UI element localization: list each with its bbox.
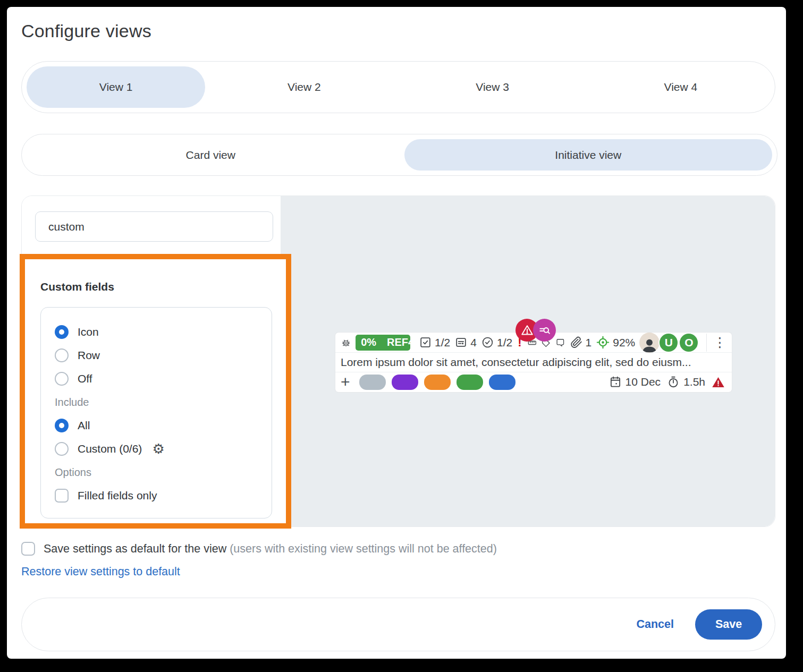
view-name-input[interactable] — [35, 211, 273, 242]
save-default-row[interactable]: Save settings as default for the view (u… — [21, 542, 497, 556]
preview-card: 0% REF413 1/2 — [335, 333, 732, 392]
calendar-icon — [608, 375, 622, 389]
add-label-button[interactable]: + — [341, 374, 350, 390]
description-count: 4 — [454, 336, 477, 349]
tab-initiative-view-pill[interactable]: Initiative view — [404, 139, 773, 171]
checklist-count: 1/2 — [419, 336, 450, 349]
configure-views-dialog: Configure views View 1 View 2 View 3 Vie… — [7, 7, 786, 659]
radio-off-label: Off — [78, 372, 92, 385]
circle-check-icon — [481, 336, 494, 349]
search-list-icon — [538, 324, 552, 337]
page-title: Configure views — [21, 21, 151, 41]
ref-badge: REF413 — [382, 335, 410, 351]
warning-triangle-icon — [520, 324, 534, 337]
stopwatch-icon — [666, 375, 680, 389]
radio-option-custom[interactable]: Custom (0/6) ⚙ — [55, 437, 258, 461]
tab-view-2-pill[interactable]: View 2 — [215, 66, 393, 108]
progress-badge: 0% — [356, 335, 382, 351]
overdue-warning-icon — [711, 375, 725, 389]
radio-all-label: All — [78, 419, 90, 432]
radio-option-off[interactable]: Off — [55, 367, 258, 390]
radio-option-all[interactable]: All — [55, 414, 258, 437]
tab-card-view-pill[interactable]: Card view — [27, 139, 395, 171]
member-badge-o: O — [679, 333, 699, 353]
card-menu-button[interactable]: ⋮ — [713, 336, 726, 349]
cancel-button[interactable]: Cancel — [636, 618, 674, 631]
radio-option-icon[interactable]: Icon — [55, 320, 258, 344]
tab-view-4-pill[interactable]: View 4 — [591, 66, 770, 108]
save-default-checkbox[interactable] — [21, 542, 35, 556]
tab-view-3-pill[interactable]: View 3 — [403, 66, 582, 108]
tab-view-2[interactable]: View 2 — [210, 62, 398, 113]
label-pill-blue[interactable] — [489, 375, 515, 390]
preview-area: 0% REF413 1/2 — [281, 196, 775, 526]
target-icon — [596, 335, 610, 350]
description-icon — [454, 336, 468, 349]
tab-view-1[interactable]: View 1 — [22, 62, 210, 113]
paperclip-icon — [570, 336, 583, 349]
radio-row-label: Row — [78, 349, 100, 362]
review-search-badge — [533, 319, 556, 342]
time-estimate: 1.5h — [666, 375, 705, 389]
due-date: 10 Dec — [608, 375, 661, 389]
tab-initiative-view[interactable]: Initiative view — [400, 134, 777, 175]
save-button[interactable]: Save — [695, 609, 762, 640]
radio-custom-circle[interactable] — [55, 442, 69, 456]
row-divider — [706, 334, 707, 352]
label-pill-purple[interactable] — [392, 375, 418, 390]
footer-action-bar: Cancel Save — [21, 598, 775, 651]
gear-icon[interactable]: ⚙ — [152, 442, 164, 456]
target-percent: 92% — [596, 335, 635, 350]
card-footer-row: + 10 Dec — [335, 372, 732, 392]
tab-card-view[interactable]: Card view — [22, 134, 400, 175]
mode-tabbar: Card view Initiative view — [21, 134, 777, 176]
comment-icon — [555, 336, 565, 350]
radio-custom-label: Custom (0/6) — [78, 443, 142, 455]
member-badge-u: U — [658, 333, 679, 353]
include-label: Include — [55, 395, 258, 410]
save-default-label: Save settings as default for the view (u… — [44, 542, 497, 556]
attachment-count: 1 — [570, 336, 592, 349]
bug-icon — [341, 335, 351, 350]
tab-view-4[interactable]: View 4 — [587, 62, 775, 113]
restore-defaults-link[interactable]: Restore view settings to default — [21, 565, 180, 579]
checklist-icon — [419, 336, 432, 349]
custom-fields-highlight-box: Custom fields Icon Row Off Include All C… — [20, 254, 291, 529]
done-count: 1/2 — [481, 336, 512, 349]
custom-fields-options-box: Icon Row Off Include All Custom (0/6) ⚙ … — [40, 307, 272, 518]
card-title: Lorem ipsum dolor sit amet, consectetur … — [341, 356, 691, 369]
radio-icon-label: Icon — [78, 326, 99, 338]
avatar — [639, 333, 660, 353]
radio-off-circle[interactable] — [55, 372, 69, 386]
card-title-row: Lorem ipsum dolor sit amet, consectetur … — [335, 352, 732, 372]
custom-fields-heading: Custom fields — [40, 280, 286, 293]
save-default-note: (users with existing view settings will … — [230, 542, 497, 555]
tab-view-1-pill[interactable]: View 1 — [27, 66, 205, 108]
view-tabbar: View 1 View 2 View 3 View 4 — [21, 61, 775, 113]
filled-fields-checkbox[interactable] — [55, 489, 69, 503]
filled-fields-checkbox-row[interactable]: Filled fields only — [55, 484, 258, 507]
radio-row-circle[interactable] — [55, 348, 69, 362]
tab-view-3[interactable]: View 3 — [399, 62, 587, 113]
radio-all-circle[interactable] — [55, 419, 69, 432]
label-pill-green[interactable] — [457, 375, 483, 390]
person-silhouette-icon — [640, 337, 658, 353]
progress-ref-badge: 0% REF413 — [356, 335, 410, 351]
label-pill-gray[interactable] — [359, 375, 386, 390]
options-label: Options — [55, 465, 258, 480]
label-pill-orange[interactable] — [424, 375, 451, 390]
radio-icon-circle[interactable] — [55, 325, 69, 339]
radio-option-row[interactable]: Row — [55, 344, 258, 367]
filled-fields-label: Filled fields only — [78, 489, 157, 502]
